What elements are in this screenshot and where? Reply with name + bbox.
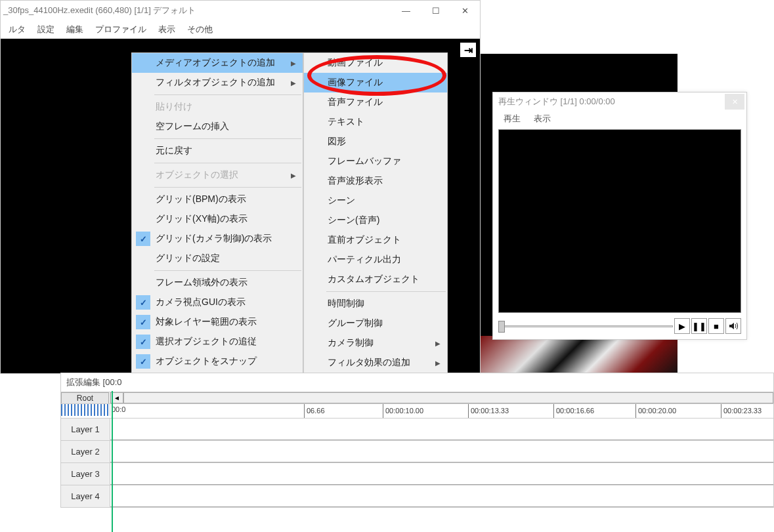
menu-item-label: フレーム領域外の表示: [156, 277, 247, 289]
layer-label[interactable]: Layer 4: [61, 485, 110, 507]
context-menu-item[interactable]: 空フレームの挿入: [132, 117, 303, 136]
menu-item-label: 動画ファイル: [328, 57, 383, 69]
submenu-item[interactable]: 音声ファイル: [304, 92, 447, 112]
main-titlebar: _30fps_44100Hz.exedit (660,480) [1/1] デフ…: [1, 1, 480, 20]
playback-window: 再生ウィンドウ [1/1] 0:00/0:00 ✕ 再生 表示 ▶ ❚❚ ■: [492, 92, 747, 340]
submenu-item[interactable]: テキスト: [304, 112, 447, 132]
submenu-item[interactable]: 画像ファイル: [304, 73, 447, 92]
submenu-item[interactable]: カメラ制御▶: [304, 333, 447, 353]
submenu-item[interactable]: 時間制御: [304, 294, 447, 314]
layer-track[interactable]: [110, 485, 773, 507]
playback-title: 再生ウィンドウ [1/1] 0:00/0:00: [498, 96, 615, 108]
pause-button[interactable]: ❚❚: [691, 318, 707, 334]
media-object-submenu: 動画ファイル画像ファイル音声ファイルテキスト図形フレームバッファ音声波形表示シー…: [303, 52, 448, 373]
submenu-item[interactable]: 動画ファイル: [304, 53, 447, 73]
menu-view[interactable]: 表示: [153, 21, 181, 38]
submenu-item[interactable]: フィルタ効果の追加▶: [304, 353, 447, 373]
context-menu-item[interactable]: オブジェクトをスナップ: [132, 352, 303, 371]
context-menu-item[interactable]: 元に戻す: [132, 141, 303, 161]
playback-close-button[interactable]: ✕: [725, 94, 744, 110]
sound-button[interactable]: [725, 318, 741, 334]
root-button[interactable]: Root: [61, 392, 109, 404]
context-menu-item[interactable]: グリッドの設定: [132, 249, 303, 268]
timeline-layer-row: Layer 1: [61, 418, 773, 440]
timeline-playhead[interactable]: [112, 391, 113, 532]
context-menu-item[interactable]: 選択オブジェクトの追従: [132, 332, 303, 352]
menu-profile[interactable]: プロファイル: [90, 21, 152, 38]
playback-menu-play[interactable]: 再生: [498, 112, 526, 126]
playback-slider[interactable]: [498, 319, 673, 333]
menu-item-label: 図形: [328, 136, 346, 148]
layer-label[interactable]: Layer 3: [61, 463, 110, 485]
submenu-item[interactable]: パーティクル出力: [304, 250, 447, 270]
menu-item-label: 画像ファイル: [328, 77, 383, 89]
menu-item-label: 音声波形表示: [328, 175, 383, 187]
context-menu-item[interactable]: グリッド(XY軸)の表示: [132, 209, 303, 229]
collapse-icon[interactable]: ⇥: [460, 43, 476, 57]
playback-controls: ▶ ❚❚ ■: [493, 316, 746, 339]
menu-item-label: オブジェクトをスナップ: [156, 356, 257, 367]
timeline-window: 拡張編集 [00:0 Root ◄ 00:0 06.6600:00:10.000…: [60, 373, 774, 508]
submenu-arrow-icon: ▶: [291, 79, 296, 87]
menu-item-label: グリッドの設定: [156, 253, 220, 264]
menu-settings[interactable]: 設定: [32, 21, 60, 38]
timeline-layer-row: Layer 2: [61, 440, 773, 462]
context-menu-item[interactable]: カメラ視点GUIの表示: [132, 293, 303, 312]
layer-track[interactable]: [110, 463, 773, 485]
play-button[interactable]: ▶: [674, 318, 690, 334]
ruler-tick: 06.66: [304, 404, 325, 418]
playback-menu-view[interactable]: 表示: [528, 112, 556, 126]
submenu-item[interactable]: 音声波形表示: [304, 171, 447, 191]
submenu-item[interactable]: シーン(音声): [304, 211, 447, 230]
context-menu-item[interactable]: グリッド(BPM)の表示: [132, 190, 303, 209]
menu-item-label: フィルタ効果の追加: [328, 357, 410, 369]
submenu-item[interactable]: カスタムオブジェクト: [304, 270, 447, 289]
timeline-h-scrollbar[interactable]: [123, 392, 773, 403]
menu-item-label: 直前オブジェクト: [328, 234, 401, 246]
timeline-layer-row: Layer 3: [61, 462, 773, 485]
timeline-ruler[interactable]: 00:0 06.6600:00:10.0000:00:13.3300:00:16…: [61, 403, 773, 418]
layer-track[interactable]: [110, 419, 773, 440]
close-button[interactable]: ✕: [450, 1, 480, 20]
main-menubar: ルタ 設定 編集 プロファイル 表示 その他: [1, 20, 480, 39]
maximize-button[interactable]: ☐: [421, 1, 450, 20]
menu-item-label: カメラ制御: [328, 337, 374, 349]
menu-item-label: グリッド(XY軸)の表示: [156, 213, 247, 225]
minimize-button[interactable]: —: [391, 1, 421, 20]
menu-edit[interactable]: 編集: [61, 21, 89, 38]
menu-item-label: グループ制御: [328, 317, 383, 329]
menu-other[interactable]: その他: [182, 21, 218, 38]
context-menu-item[interactable]: フィルタオブジェクトの追加▶: [132, 73, 303, 92]
layer-label[interactable]: Layer 1: [61, 419, 110, 440]
playback-titlebar: 再生ウィンドウ [1/1] 0:00/0:00 ✕: [493, 92, 746, 111]
submenu-item[interactable]: フレームバッファ: [304, 152, 447, 171]
submenu-arrow-icon: ▶: [435, 359, 441, 367]
submenu-item[interactable]: シーン: [304, 191, 447, 211]
timeline-zoom-indicator[interactable]: [61, 404, 110, 416]
menu-item-label: 貼り付け: [156, 101, 192, 113]
menu-item-label: シーン(音声): [328, 215, 379, 226]
playback-preview[interactable]: [498, 129, 741, 313]
ruler-tick: 00:00:16.66: [553, 404, 594, 418]
stop-button[interactable]: ■: [708, 318, 724, 334]
context-menu-item[interactable]: フレーム領域外の表示: [132, 273, 303, 293]
menu-item-label: シーン: [328, 195, 355, 207]
menu-item-label: 対象レイヤー範囲の表示: [156, 316, 257, 328]
submenu-item[interactable]: 図形: [304, 132, 447, 152]
layer-track[interactable]: [110, 441, 773, 462]
ruler-tick: 00:00:13.33: [468, 404, 509, 418]
context-menu-item[interactable]: グリッド(カメラ制御)の表示: [132, 229, 303, 249]
context-menu-item[interactable]: メディアオブジェクトの追加▶: [132, 53, 303, 73]
menu-item-label: テキスト: [328, 116, 364, 128]
menu-filter[interactable]: ルタ: [3, 21, 31, 38]
context-menu-item[interactable]: 対象レイヤー範囲の表示: [132, 312, 303, 332]
submenu-item[interactable]: グループ制御: [304, 314, 447, 333]
submenu-item[interactable]: 直前オブジェクト: [304, 230, 447, 250]
timeline-title: 拡張編集 [00:0: [61, 373, 773, 392]
menu-item-label: カスタムオブジェクト: [328, 274, 419, 285]
layer-label[interactable]: Layer 2: [61, 441, 110, 462]
menu-item-label: 空フレームの挿入: [156, 121, 229, 133]
ruler-start: 00:0: [112, 405, 125, 413]
playback-menubar: 再生 表示: [493, 111, 746, 127]
menu-item-label: メディアオブジェクトの追加: [156, 57, 275, 69]
